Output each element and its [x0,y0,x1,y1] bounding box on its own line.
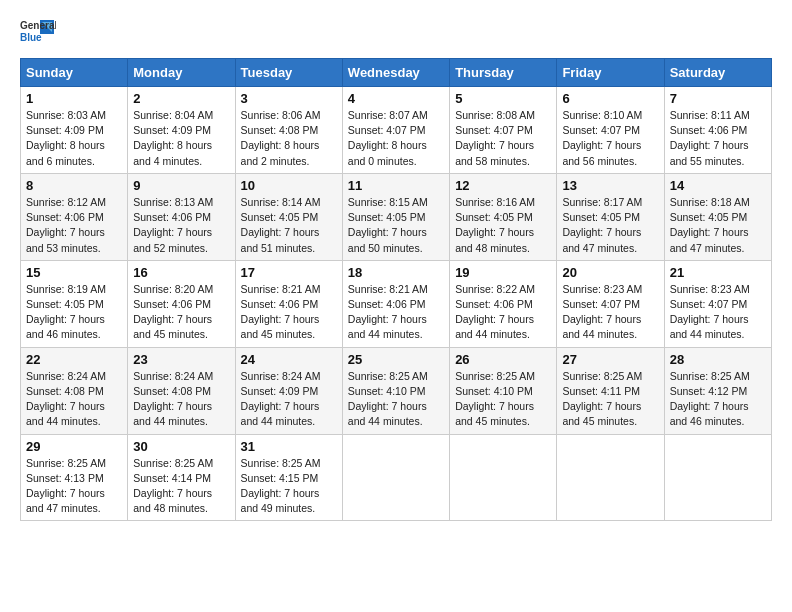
day-number: 31 [241,439,337,454]
calendar-cell: 3Sunrise: 8:06 AMSunset: 4:08 PMDaylight… [235,87,342,174]
day-number: 26 [455,352,551,367]
day-info: Sunrise: 8:07 AMSunset: 4:07 PMDaylight:… [348,108,444,169]
day-info: Sunrise: 8:21 AMSunset: 4:06 PMDaylight:… [348,282,444,343]
calendar-cell: 27Sunrise: 8:25 AMSunset: 4:11 PMDayligh… [557,347,664,434]
day-info: Sunrise: 8:03 AMSunset: 4:09 PMDaylight:… [26,108,122,169]
day-header-wednesday: Wednesday [342,59,449,87]
day-number: 28 [670,352,766,367]
calendar-week-2: 8Sunrise: 8:12 AMSunset: 4:06 PMDaylight… [21,173,772,260]
calendar-week-3: 15Sunrise: 8:19 AMSunset: 4:05 PMDayligh… [21,260,772,347]
calendar-cell: 22Sunrise: 8:24 AMSunset: 4:08 PMDayligh… [21,347,128,434]
day-info: Sunrise: 8:15 AMSunset: 4:05 PMDaylight:… [348,195,444,256]
calendar-cell: 12Sunrise: 8:16 AMSunset: 4:05 PMDayligh… [450,173,557,260]
day-info: Sunrise: 8:25 AMSunset: 4:15 PMDaylight:… [241,456,337,517]
svg-text:General: General [20,20,56,31]
day-number: 18 [348,265,444,280]
day-number: 4 [348,91,444,106]
day-info: Sunrise: 8:25 AMSunset: 4:12 PMDaylight:… [670,369,766,430]
calendar-week-5: 29Sunrise: 8:25 AMSunset: 4:13 PMDayligh… [21,434,772,521]
day-info: Sunrise: 8:23 AMSunset: 4:07 PMDaylight:… [670,282,766,343]
day-info: Sunrise: 8:18 AMSunset: 4:05 PMDaylight:… [670,195,766,256]
calendar-cell [450,434,557,521]
calendar-cell: 11Sunrise: 8:15 AMSunset: 4:05 PMDayligh… [342,173,449,260]
calendar-cell: 25Sunrise: 8:25 AMSunset: 4:10 PMDayligh… [342,347,449,434]
day-number: 6 [562,91,658,106]
day-info: Sunrise: 8:19 AMSunset: 4:05 PMDaylight:… [26,282,122,343]
calendar-cell: 1Sunrise: 8:03 AMSunset: 4:09 PMDaylight… [21,87,128,174]
day-number: 13 [562,178,658,193]
day-number: 7 [670,91,766,106]
day-number: 22 [26,352,122,367]
day-number: 3 [241,91,337,106]
day-number: 27 [562,352,658,367]
calendar-cell: 17Sunrise: 8:21 AMSunset: 4:06 PMDayligh… [235,260,342,347]
day-info: Sunrise: 8:17 AMSunset: 4:05 PMDaylight:… [562,195,658,256]
calendar-cell: 23Sunrise: 8:24 AMSunset: 4:08 PMDayligh… [128,347,235,434]
day-number: 29 [26,439,122,454]
calendar-week-1: 1Sunrise: 8:03 AMSunset: 4:09 PMDaylight… [21,87,772,174]
day-number: 11 [348,178,444,193]
day-info: Sunrise: 8:24 AMSunset: 4:08 PMDaylight:… [26,369,122,430]
day-number: 9 [133,178,229,193]
day-header-monday: Monday [128,59,235,87]
day-info: Sunrise: 8:25 AMSunset: 4:11 PMDaylight:… [562,369,658,430]
calendar-cell: 29Sunrise: 8:25 AMSunset: 4:13 PMDayligh… [21,434,128,521]
calendar-cell: 18Sunrise: 8:21 AMSunset: 4:06 PMDayligh… [342,260,449,347]
calendar-week-4: 22Sunrise: 8:24 AMSunset: 4:08 PMDayligh… [21,347,772,434]
day-number: 25 [348,352,444,367]
day-number: 2 [133,91,229,106]
day-header-friday: Friday [557,59,664,87]
day-number: 8 [26,178,122,193]
day-info: Sunrise: 8:24 AMSunset: 4:08 PMDaylight:… [133,369,229,430]
day-info: Sunrise: 8:13 AMSunset: 4:06 PMDaylight:… [133,195,229,256]
day-number: 21 [670,265,766,280]
day-number: 12 [455,178,551,193]
day-info: Sunrise: 8:12 AMSunset: 4:06 PMDaylight:… [26,195,122,256]
calendar-cell: 5Sunrise: 8:08 AMSunset: 4:07 PMDaylight… [450,87,557,174]
calendar-cell: 20Sunrise: 8:23 AMSunset: 4:07 PMDayligh… [557,260,664,347]
calendar-cell: 31Sunrise: 8:25 AMSunset: 4:15 PMDayligh… [235,434,342,521]
calendar-table: SundayMondayTuesdayWednesdayThursdayFrid… [20,58,772,521]
day-info: Sunrise: 8:08 AMSunset: 4:07 PMDaylight:… [455,108,551,169]
calendar-cell: 8Sunrise: 8:12 AMSunset: 4:06 PMDaylight… [21,173,128,260]
calendar-cell: 26Sunrise: 8:25 AMSunset: 4:10 PMDayligh… [450,347,557,434]
day-number: 15 [26,265,122,280]
day-info: Sunrise: 8:25 AMSunset: 4:14 PMDaylight:… [133,456,229,517]
calendar-cell: 19Sunrise: 8:22 AMSunset: 4:06 PMDayligh… [450,260,557,347]
day-info: Sunrise: 8:25 AMSunset: 4:13 PMDaylight:… [26,456,122,517]
day-number: 14 [670,178,766,193]
day-info: Sunrise: 8:20 AMSunset: 4:06 PMDaylight:… [133,282,229,343]
calendar-cell [342,434,449,521]
day-number: 10 [241,178,337,193]
day-number: 19 [455,265,551,280]
calendar-cell: 6Sunrise: 8:10 AMSunset: 4:07 PMDaylight… [557,87,664,174]
calendar-cell [664,434,771,521]
calendar-cell: 10Sunrise: 8:14 AMSunset: 4:05 PMDayligh… [235,173,342,260]
day-number: 23 [133,352,229,367]
calendar-cell: 28Sunrise: 8:25 AMSunset: 4:12 PMDayligh… [664,347,771,434]
calendar-cell: 15Sunrise: 8:19 AMSunset: 4:05 PMDayligh… [21,260,128,347]
day-info: Sunrise: 8:04 AMSunset: 4:09 PMDaylight:… [133,108,229,169]
day-info: Sunrise: 8:21 AMSunset: 4:06 PMDaylight:… [241,282,337,343]
calendar-cell: 13Sunrise: 8:17 AMSunset: 4:05 PMDayligh… [557,173,664,260]
calendar-cell: 21Sunrise: 8:23 AMSunset: 4:07 PMDayligh… [664,260,771,347]
calendar-cell: 16Sunrise: 8:20 AMSunset: 4:06 PMDayligh… [128,260,235,347]
svg-text:Blue: Blue [20,32,42,43]
day-number: 20 [562,265,658,280]
calendar-cell: 9Sunrise: 8:13 AMSunset: 4:06 PMDaylight… [128,173,235,260]
calendar-body: 1Sunrise: 8:03 AMSunset: 4:09 PMDaylight… [21,87,772,521]
logo: General Blue [20,16,56,46]
day-header-thursday: Thursday [450,59,557,87]
day-info: Sunrise: 8:25 AMSunset: 4:10 PMDaylight:… [455,369,551,430]
day-number: 5 [455,91,551,106]
day-info: Sunrise: 8:06 AMSunset: 4:08 PMDaylight:… [241,108,337,169]
calendar-cell: 7Sunrise: 8:11 AMSunset: 4:06 PMDaylight… [664,87,771,174]
day-info: Sunrise: 8:22 AMSunset: 4:06 PMDaylight:… [455,282,551,343]
calendar-cell: 24Sunrise: 8:24 AMSunset: 4:09 PMDayligh… [235,347,342,434]
day-info: Sunrise: 8:11 AMSunset: 4:06 PMDaylight:… [670,108,766,169]
day-info: Sunrise: 8:23 AMSunset: 4:07 PMDaylight:… [562,282,658,343]
day-number: 30 [133,439,229,454]
calendar-cell [557,434,664,521]
day-info: Sunrise: 8:14 AMSunset: 4:05 PMDaylight:… [241,195,337,256]
calendar-cell: 14Sunrise: 8:18 AMSunset: 4:05 PMDayligh… [664,173,771,260]
